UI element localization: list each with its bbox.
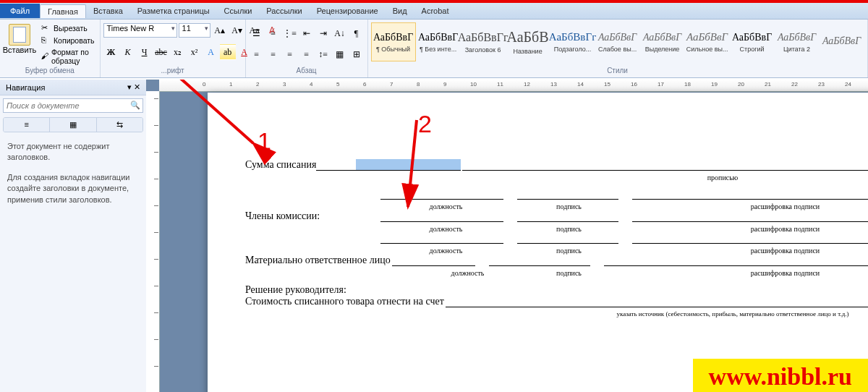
italic-button[interactable]: К bbox=[120, 44, 136, 60]
tab-acrobat[interactable]: Acrobat bbox=[414, 4, 456, 17]
nav-view-tabs: ≡ ▦ ⇆ bbox=[3, 117, 143, 132]
row-responsible: Материально ответственное лицо bbox=[245, 255, 868, 266]
scissors-icon: ✂ bbox=[41, 23, 51, 33]
style-tile-7[interactable]: АаБбВвГСильное вы... bbox=[685, 22, 730, 61]
tab-file[interactable]: Файл bbox=[0, 4, 40, 18]
tab-mailings[interactable]: Рассылки bbox=[259, 4, 309, 17]
annotation-1: 1 bbox=[258, 127, 271, 155]
style-tile-5[interactable]: АаБбВвГСлабое вы... bbox=[595, 22, 640, 61]
indent-dec-button[interactable]: ⇤ bbox=[299, 25, 315, 41]
style-tile-8[interactable]: АаБбВвГСтрогий bbox=[730, 22, 775, 61]
ribbon: Вставить ✂Вырезать ⎘Копировать 🖌Формат п… bbox=[0, 20, 868, 78]
row-decision-label: Решение руководителя: bbox=[245, 284, 868, 296]
nav-tab-headings[interactable]: ≡ bbox=[4, 118, 50, 132]
align-right-button[interactable]: ≡ bbox=[282, 46, 298, 62]
style-tile-0[interactable]: АаБбВвГ¶ Обычный bbox=[371, 22, 416, 61]
group-font-label: ...рифт bbox=[103, 67, 242, 76]
line-spacing-button[interactable]: ↕≡ bbox=[315, 46, 331, 62]
nav-empty-msg1: Этот документ не содержит заголовков. bbox=[0, 137, 146, 168]
page[interactable]: Сумма списания прописью должность bbox=[208, 93, 868, 392]
align-left-button[interactable]: ≡ bbox=[249, 46, 265, 62]
menu-tabs: Файл Главная Вставка Разметка страницы С… bbox=[0, 3, 868, 20]
group-paragraph: ☰ ≡ ⋮≡ ⇤ ⇥ A↓ ¶ ≡ ≡ ≡ ≡ ↕≡ ▦ ⊞ bbox=[246, 20, 368, 77]
group-paragraph-label: Абзац bbox=[249, 67, 365, 76]
grow-font-button[interactable]: A▴ bbox=[212, 22, 228, 38]
align-center-button[interactable]: ≡ bbox=[265, 46, 281, 62]
tab-home[interactable]: Главная bbox=[40, 4, 86, 18]
underline-button[interactable]: Ч bbox=[137, 44, 153, 60]
group-clipboard: Вставить ✂Вырезать ⎘Копировать 🖌Формат п… bbox=[0, 20, 101, 77]
brush-icon: 🖌 bbox=[41, 51, 49, 61]
vertical-ruler[interactable] bbox=[146, 91, 160, 392]
nav-search-input[interactable] bbox=[3, 98, 143, 113]
copy-icon: ⎘ bbox=[41, 35, 51, 46]
style-tile-6[interactable]: АаБбВвГВыделение bbox=[640, 22, 685, 61]
style-tile-9[interactable]: АаБбВвГЦитата 2 bbox=[775, 22, 820, 61]
style-tile-1[interactable]: АаБбВвГ¶ Без инте... bbox=[416, 22, 461, 61]
tab-layout[interactable]: Разметка страницы bbox=[130, 4, 217, 17]
horizontal-ruler[interactable]: 0123456789101112131415161718192021222324… bbox=[159, 80, 868, 92]
text-selection[interactable] bbox=[356, 159, 461, 171]
borders-button[interactable]: ⊞ bbox=[349, 46, 365, 62]
paste-icon bbox=[9, 24, 30, 46]
group-styles-label: Стили bbox=[371, 67, 864, 76]
highlight-button[interactable]: ab bbox=[220, 44, 236, 60]
nav-empty-msg2: Для создания вкладок навигации создайте … bbox=[0, 168, 146, 210]
text-effects-button[interactable]: A bbox=[203, 44, 219, 60]
style-tile-3[interactable]: АаБбВНазвание bbox=[506, 22, 550, 61]
paste-label: Вставить bbox=[3, 46, 37, 54]
indent-inc-button[interactable]: ⇥ bbox=[315, 25, 331, 41]
cut-button[interactable]: ✂Вырезать bbox=[39, 22, 97, 34]
search-icon[interactable]: 🔍 bbox=[130, 101, 140, 110]
copy-button[interactable]: ⎘Копировать bbox=[39, 35, 97, 46]
style-tile-4[interactable]: АаБбВвГгПодзаголо... bbox=[550, 22, 595, 61]
bullets-button[interactable]: ☰ bbox=[249, 25, 265, 41]
justify-button[interactable]: ≡ bbox=[299, 46, 315, 62]
nav-close-icon[interactable]: ▾ ✕ bbox=[127, 82, 140, 92]
tab-view[interactable]: Вид bbox=[386, 4, 414, 17]
document-content: Сумма списания прописью должность bbox=[245, 159, 868, 318]
tab-insert[interactable]: Вставка bbox=[86, 4, 130, 17]
font-size-combo[interactable]: 11 bbox=[179, 23, 210, 38]
annotation-2: 2 bbox=[418, 110, 432, 138]
bold-button[interactable]: Ж bbox=[103, 44, 119, 60]
navigation-pane: Навигация ▾ ✕ 🔍 ≡ ▦ ⇆ Этот документ не с… bbox=[0, 80, 147, 392]
document-area: 0123456789101112131415161718192021222324… bbox=[146, 80, 868, 392]
nav-search: 🔍 bbox=[3, 98, 143, 113]
shading-button[interactable]: ▦ bbox=[332, 46, 348, 62]
row-sum: Сумма списания bbox=[245, 159, 868, 171]
subscript-button[interactable]: x₂ bbox=[170, 44, 186, 60]
group-styles: АаБбВвГ¶ ОбычныйАаБбВвГ¶ Без инте...АаБб… bbox=[368, 20, 868, 77]
sort-button[interactable]: A↓ bbox=[332, 25, 348, 41]
style-tile-2[interactable]: АаБбВвГгЗаголовок 6 bbox=[461, 22, 506, 61]
font-name-combo[interactable]: Times New R bbox=[103, 23, 177, 38]
tab-references[interactable]: Ссылки bbox=[217, 4, 260, 17]
strike-button[interactable]: abc bbox=[153, 44, 169, 60]
format-painter-button[interactable]: 🖌Формат по образцу bbox=[39, 47, 97, 66]
row-decision: Стоимость списанного товара отнести на с… bbox=[245, 296, 868, 307]
tab-review[interactable]: Рецензирование bbox=[310, 4, 386, 17]
paste-button[interactable]: Вставить bbox=[3, 22, 36, 56]
nav-title-bar: Навигация ▾ ✕ bbox=[0, 80, 146, 95]
watermark: www.nibbl.ru bbox=[693, 359, 868, 392]
numbering-button[interactable]: ≡ bbox=[265, 25, 281, 41]
superscript-button[interactable]: x² bbox=[187, 44, 203, 60]
group-clipboard-label: Буфер обмена bbox=[3, 67, 97, 76]
shrink-font-button[interactable]: A▾ bbox=[229, 22, 245, 38]
show-marks-button[interactable]: ¶ bbox=[349, 25, 365, 41]
nav-tab-results[interactable]: ⇆ bbox=[97, 118, 142, 132]
nav-tab-pages[interactable]: ▦ bbox=[50, 118, 96, 132]
multilevel-button[interactable]: ⋮≡ bbox=[282, 25, 298, 41]
row-members: Члены комиссии: bbox=[245, 210, 868, 222]
group-font: Times New R 11 A▴ A▾ Aa A̷ Ж К Ч abc x₂ … bbox=[101, 20, 246, 77]
style-tile-10[interactable]: АаБбВвГ bbox=[820, 22, 864, 61]
